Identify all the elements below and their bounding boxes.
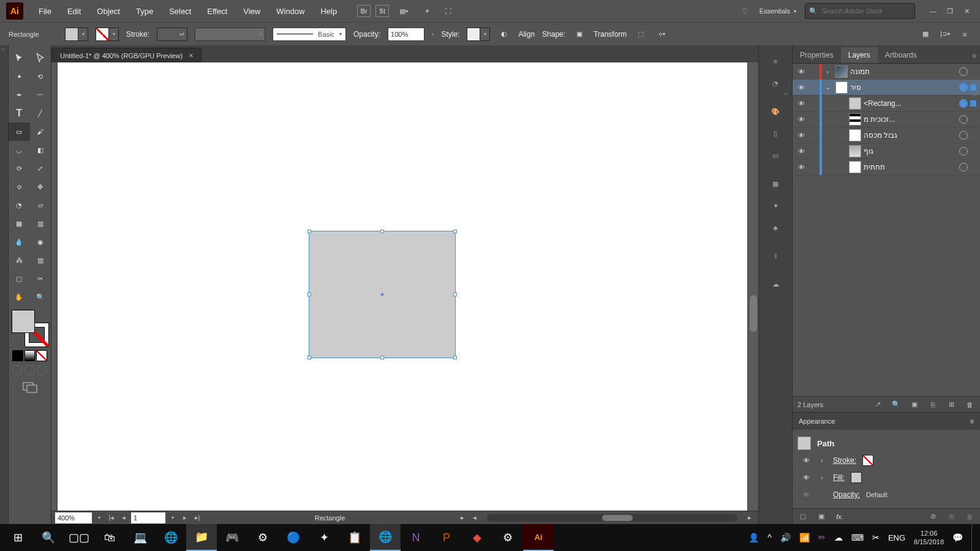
start-button[interactable]: ⊞ — [2, 524, 33, 551]
recolor-icon[interactable]: ◐ — [497, 28, 511, 41]
target-icon[interactable] — [959, 115, 968, 124]
artboard-nav-input[interactable]: 1 — [131, 512, 165, 523]
appearance-stroke-label[interactable]: Stroke: — [833, 456, 856, 465]
menu-type[interactable]: Type — [128, 0, 161, 22]
artboard-tool[interactable]: ▢ — [9, 269, 30, 288]
search-layers-icon[interactable]: 🔍 — [891, 400, 902, 408]
locate-object-icon[interactable]: ↗ — [872, 400, 883, 408]
app-icon[interactable]: ✦ — [309, 524, 339, 551]
menu-edit[interactable]: Edit — [59, 0, 89, 22]
app-icon[interactable]: 💻 — [125, 524, 156, 551]
selected-rectangle[interactable] — [309, 231, 456, 358]
stroke-weight-input[interactable]: ▴▾ — [157, 28, 187, 41]
new-layer-icon[interactable]: ⊞ — [946, 400, 957, 408]
fill-color[interactable] — [12, 310, 35, 333]
people-icon[interactable]: 👤 — [748, 533, 759, 542]
appearance-fill-label[interactable]: Fill: — [833, 473, 845, 482]
task-view-button[interactable]: ▢▢ — [64, 524, 94, 551]
align-panel-icon[interactable]: ⦀ — [766, 246, 785, 266]
screen-icon[interactable]: ⛶ — [442, 5, 454, 17]
new-fill-icon[interactable]: ▣ — [816, 512, 827, 520]
target-icon[interactable] — [959, 163, 968, 171]
fill-swatch[interactable] — [851, 472, 862, 483]
clock[interactable]: 12:068/15/2018 — [914, 529, 944, 546]
restore-button[interactable]: ❐ — [947, 7, 957, 15]
stock-icon[interactable]: St — [375, 5, 389, 17]
make-clipping-mask-icon[interactable]: ▣ — [909, 400, 920, 408]
bridge-icon[interactable]: Br — [357, 5, 371, 17]
transparency-panel-icon[interactable]: ♣ — [766, 218, 785, 238]
brushes-panel-icon[interactable]: ▯ — [766, 124, 785, 143]
adobe-cc-icon[interactable]: ◆ — [462, 524, 492, 551]
chrome-icon[interactable]: 🌐 — [370, 524, 401, 551]
store-icon[interactable]: 🛍 — [94, 524, 125, 551]
style-swatch[interactable]: ▾ — [467, 28, 490, 41]
zoom-dropdown[interactable]: ▾ — [94, 515, 104, 520]
stroke-panel-icon[interactable]: ▦ — [766, 174, 785, 193]
scale-tool[interactable]: ⤢ — [30, 159, 51, 178]
menu-view[interactable]: View — [235, 0, 268, 22]
graph-tool[interactable]: ▥ — [30, 251, 51, 269]
stroke-swatch[interactable] — [862, 455, 873, 466]
draw-behind[interactable] — [24, 365, 34, 376]
libraries-panel-icon[interactable]: ☁ — [766, 274, 785, 294]
stroke-swatch[interactable]: ▾ — [96, 28, 119, 41]
menu-help[interactable]: Help — [312, 0, 345, 22]
minimize-button[interactable]: — — [930, 7, 940, 15]
layer-row[interactable]: 👁גבול מכסה — [793, 127, 980, 143]
steam-icon[interactable]: ⚙ — [492, 524, 523, 551]
new-stroke-icon[interactable]: ▢ — [797, 512, 809, 520]
onenote-icon[interactable]: N — [401, 524, 431, 551]
appearance-opacity-label[interactable]: Opacity: — [833, 490, 860, 499]
swatches-panel-icon[interactable]: 🎨 — [766, 102, 785, 121]
snap-icon[interactable]: |⊃▾ — [938, 28, 952, 41]
appearance-header[interactable]: Appearance≡ — [793, 413, 980, 430]
canvas[interactable] — [51, 62, 758, 524]
layer-name[interactable]: זכוכית מ... — [864, 115, 957, 124]
opacity-flyout[interactable]: › — [432, 31, 434, 37]
vertical-scrollbar[interactable] — [748, 62, 758, 524]
layer-row[interactable]: 👁<Rectang... — [793, 96, 980, 111]
shape-props-icon[interactable]: ▣ — [573, 28, 586, 41]
free-transform-tool[interactable]: ✥ — [30, 178, 51, 196]
zoom-tool[interactable]: 🔍 — [30, 288, 51, 306]
target-icon[interactable] — [959, 131, 968, 140]
expand-toggle[interactable]: ⌄ — [822, 83, 833, 91]
panel-menu-button[interactable]: ≡ — [969, 48, 980, 63]
document-tab[interactable]: Untitled-1* @ 400% (RGB/GPU Preview) × — [51, 48, 202, 62]
paintbrush-tool[interactable]: 🖌 — [30, 122, 51, 141]
layer-name[interactable]: תחתית — [864, 163, 957, 171]
layer-row[interactable]: 👁⌄סיר — [793, 80, 980, 96]
line-tool[interactable]: ╱ — [30, 104, 51, 122]
discord-icon[interactable]: 🎮 — [217, 524, 247, 551]
tray-overflow-icon[interactable]: ^ — [767, 533, 772, 542]
show-desktop-button[interactable] — [971, 524, 975, 551]
screen-mode[interactable] — [9, 382, 51, 393]
keyboard-lang[interactable]: ENG — [888, 533, 905, 542]
isolate-icon[interactable]: ⬚ — [634, 28, 647, 41]
powerpoint-icon[interactable]: P — [431, 524, 462, 551]
layer-row[interactable]: 👁›תמונה — [793, 64, 980, 80]
prev-artboard[interactable]: ◂ — [119, 514, 129, 522]
eraser-tool[interactable]: ◧ — [30, 141, 51, 159]
right-dock-collapse[interactable]: ›› — [970, 91, 980, 99]
close-tab-icon[interactable]: × — [189, 51, 194, 60]
duplicate-item-icon[interactable]: ⊞ — [946, 512, 957, 520]
target-icon[interactable] — [959, 147, 968, 156]
visibility-toggle[interactable]: 👁 — [793, 148, 810, 155]
transform-label[interactable]: Transform — [594, 30, 627, 39]
layer-name[interactable]: סיר — [850, 83, 957, 92]
dock-collapse-arrows[interactable]: ‹‹ — [784, 91, 793, 99]
menu-select[interactable]: Select — [161, 0, 199, 22]
tab-properties[interactable]: Properties — [793, 47, 841, 63]
align-label[interactable]: Align — [518, 30, 535, 39]
first-artboard[interactable]: |◂ — [107, 514, 116, 522]
tray-icon[interactable]: ✂ — [872, 533, 880, 542]
last-artboard[interactable]: ▸| — [192, 514, 202, 522]
rectangle-tool[interactable]: ▭ — [9, 122, 30, 141]
target-icon[interactable] — [959, 67, 968, 76]
app-icon[interactable]: 📋 — [339, 524, 370, 551]
delete-layer-icon[interactable]: 🗑 — [964, 401, 975, 408]
tab-artboards[interactable]: Artboards — [878, 47, 924, 63]
menu-window[interactable]: Window — [268, 0, 312, 22]
